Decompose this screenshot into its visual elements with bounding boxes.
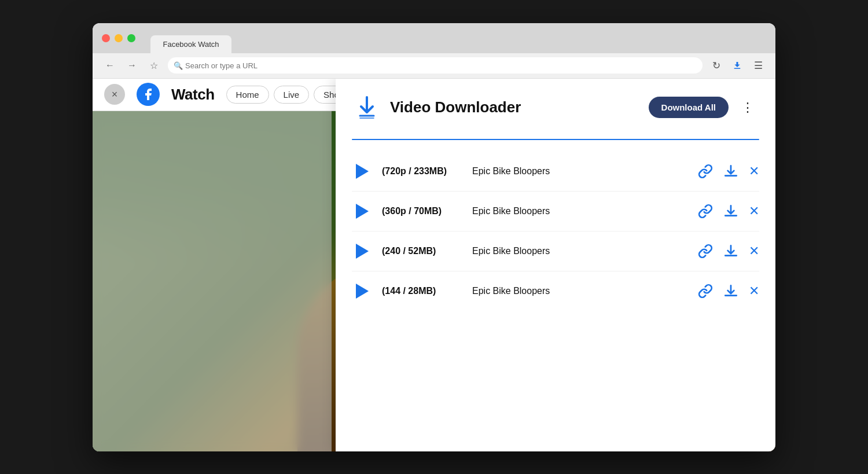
video-quality-1: (360p / 70MB)	[382, 206, 463, 216]
row-actions-2: ✕	[698, 244, 759, 259]
download-button-0[interactable]	[723, 164, 738, 179]
divider-line	[352, 139, 759, 140]
video-name-2: Epic Bike Bloopers	[472, 246, 550, 256]
video-quality-2: (240 / 52MB)	[382, 246, 463, 256]
browser-window: Facebook Watch ← → ☆ 🔍 ↻ ☰ ×	[93, 23, 775, 451]
download-button[interactable]	[729, 57, 745, 74]
remove-button-3[interactable]: ✕	[749, 284, 759, 299]
toolbar-icons: ↻ ☰	[708, 57, 766, 74]
video-info-1: (360p / 70MB) Epic Bike Bloopers	[382, 206, 689, 216]
play-icon-3[interactable]	[352, 281, 373, 302]
reload-button[interactable]: ↻	[708, 57, 724, 74]
minimize-traffic-light[interactable]	[115, 34, 123, 42]
video-quality-3: (144 / 28MB)	[382, 286, 463, 296]
more-symbol: ⋮	[741, 100, 755, 115]
blur-overlay	[93, 111, 332, 451]
download-all-button[interactable]: Download All	[649, 97, 729, 118]
downloader-title: Video Downloader	[390, 98, 641, 116]
download-button-2[interactable]	[723, 244, 738, 259]
video-info-2: (240 / 52MB) Epic Bike Bloopers	[382, 246, 689, 256]
bookmark-button[interactable]: ☆	[146, 57, 162, 74]
copy-link-button-0[interactable]	[698, 164, 713, 179]
copy-link-button-2[interactable]	[698, 244, 713, 259]
row-actions-1: ✕	[698, 204, 759, 219]
copy-link-button-1[interactable]	[698, 204, 713, 219]
menu-button[interactable]: ☰	[750, 57, 766, 74]
tab-label: Facebook Watch	[163, 40, 219, 49]
close-traffic-light[interactable]	[102, 34, 110, 42]
remove-button-1[interactable]: ✕	[749, 204, 759, 219]
remove-button-2[interactable]: ✕	[749, 244, 759, 259]
facebook-avatar	[137, 83, 160, 106]
tab-area: Facebook Watch	[150, 23, 231, 53]
video-name-3: Epic Bike Bloopers	[472, 286, 550, 296]
row-actions-0: ✕	[698, 164, 759, 179]
browser-tab[interactable]: Facebook Watch	[150, 35, 231, 53]
download-button-1[interactable]	[723, 204, 738, 219]
downloader-logo-icon	[352, 93, 382, 123]
title-bar: Facebook Watch	[93, 23, 775, 53]
more-options-button[interactable]: ⋮	[737, 98, 759, 117]
forward-button[interactable]: →	[124, 57, 140, 74]
row-actions-3: ✕	[698, 284, 759, 299]
back-button[interactable]: ←	[102, 57, 118, 74]
play-icon-0[interactable]	[352, 161, 373, 182]
video-name-1: Epic Bike Bloopers	[472, 206, 550, 216]
play-icon-2[interactable]	[352, 241, 373, 262]
remove-button-0[interactable]: ✕	[749, 164, 759, 179]
video-row-1: (360p / 70MB) Epic Bike Bloopers ✕	[352, 192, 759, 232]
play-icon-1[interactable]	[352, 201, 373, 222]
fullscreen-traffic-light[interactable]	[127, 34, 135, 42]
nav-live[interactable]: Live	[274, 86, 310, 104]
address-input[interactable]	[168, 57, 703, 74]
video-rows-container: (720p / 233MB) Epic Bike Bloopers ✕	[352, 152, 759, 311]
watch-title: Watch	[171, 86, 215, 104]
video-row-3: (144 / 28MB) Epic Bike Bloopers ✕	[352, 271, 759, 311]
video-row-2: (240 / 52MB) Epic Bike Bloopers ✕	[352, 232, 759, 271]
search-icon: 🔍	[174, 61, 183, 70]
video-info-3: (144 / 28MB) Epic Bike Bloopers	[382, 286, 689, 296]
copy-link-button-3[interactable]	[698, 284, 713, 299]
traffic-lights	[102, 34, 135, 42]
browser-toolbar: ← → ☆ 🔍 ↻ ☰	[93, 53, 775, 79]
video-area: Video Downloader Download All ⋮ (720p / …	[93, 111, 775, 451]
video-quality-0: (720p / 233MB)	[382, 166, 463, 177]
address-bar-container: 🔍	[168, 57, 703, 74]
nav-home[interactable]: Home	[226, 86, 269, 104]
close-symbol: ×	[112, 89, 118, 101]
fb-close-button[interactable]: ×	[104, 84, 125, 105]
video-name-0: Epic Bike Bloopers	[472, 166, 550, 177]
downloader-popup: Video Downloader Download All ⋮ (720p / …	[336, 79, 775, 451]
video-row-0: (720p / 233MB) Epic Bike Bloopers ✕	[352, 152, 759, 192]
page-content: × Watch Home Live Shows Explo...	[93, 79, 775, 451]
download-button-3[interactable]	[723, 284, 738, 299]
downloader-header: Video Downloader Download All ⋮	[352, 93, 759, 123]
video-info-0: (720p / 233MB) Epic Bike Bloopers	[382, 166, 689, 177]
